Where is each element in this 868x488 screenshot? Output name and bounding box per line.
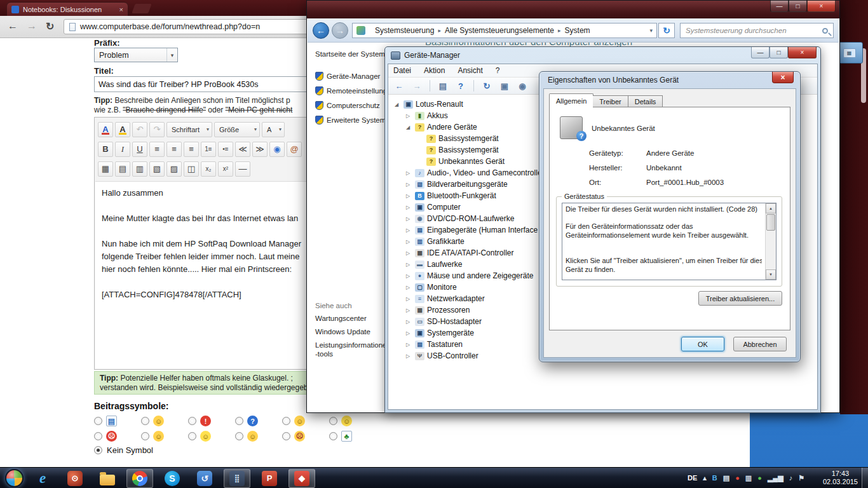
toolbar-button[interactable] — [430, 80, 430, 92]
new-tab-button[interactable] — [132, 4, 151, 13]
editor-toolbar-button[interactable]: ≫ — [252, 142, 268, 157]
tree-expander-icon[interactable]: ▷ — [403, 296, 412, 302]
menu-item[interactable]: Ansicht — [458, 66, 482, 75]
close-button[interactable]: × — [788, 47, 817, 58]
editor-toolbar-button[interactable]: Größe — [214, 122, 260, 137]
refresh-icon[interactable]: ↻ — [658, 23, 675, 38]
radio-button[interactable] — [188, 432, 196, 440]
tree-expander-icon[interactable]: ▷ — [403, 113, 412, 119]
editor-toolbar-button[interactable]: ▨ — [166, 161, 182, 177]
toolbar-button[interactable]: → — [410, 79, 424, 93]
close-button[interactable]: × — [807, 1, 836, 12]
radio-button[interactable] — [188, 417, 196, 425]
scroll-up-icon[interactable]: ▲ — [766, 203, 776, 214]
post-icon-option[interactable]: ☺ — [141, 416, 164, 426]
editor-toolbar-button[interactable]: I — [115, 142, 130, 157]
radio-button[interactable] — [94, 417, 102, 425]
breadcrumb[interactable]: Systemsteuerung▸Alle Systemsteuerungsele… — [352, 23, 657, 38]
taskbar-app[interactable]: ⊙ — [62, 469, 88, 488]
tree-expander-icon[interactable]: ◢ — [403, 125, 412, 130]
tree-expander-icon[interactable]: ▷ — [403, 353, 412, 359]
tree-expander-icon[interactable]: ▷ — [403, 262, 412, 268]
editor-toolbar-button[interactable]: 1≡ — [201, 142, 216, 157]
dialog-tab[interactable]: Treiber — [593, 95, 628, 107]
menu-item[interactable]: ? — [496, 66, 500, 75]
tree-expander-icon[interactable]: ▷ — [403, 308, 412, 313]
toolbar-button[interactable]: ◉ — [515, 79, 529, 93]
tray-icon[interactable]: ▂▄▆ — [768, 474, 783, 482]
post-icon-option[interactable]: ▤ — [94, 416, 117, 426]
breadcrumb-item[interactable]: Systemsteuerung — [375, 26, 434, 35]
tray-icon[interactable]: ⚑ — [798, 474, 804, 482]
toolbar-button[interactable]: ← — [392, 79, 406, 93]
editor-toolbar-button[interactable]: — — [235, 161, 250, 177]
radio-button[interactable] — [94, 432, 102, 440]
update-driver-button[interactable]: Treiber aktualisieren... — [698, 291, 782, 306]
editor-toolbar-button[interactable]: ≡ — [149, 142, 165, 157]
radio-button[interactable] — [282, 432, 290, 440]
editor-toolbar-button[interactable]: ↷ — [149, 122, 165, 137]
editor-toolbar-button[interactable]: ▧ — [149, 161, 165, 177]
maximize-button[interactable]: □ — [770, 47, 788, 58]
back-button[interactable]: ← — [313, 22, 329, 39]
tree-expander-icon[interactable]: ▷ — [403, 273, 412, 279]
show-desktop-button[interactable] — [862, 468, 868, 488]
tray-icon[interactable]: ▴ — [703, 474, 707, 482]
prefix-select[interactable]: Problem ▾ — [94, 48, 178, 62]
tree-expander-icon[interactable]: ▷ — [403, 250, 412, 256]
forward-icon[interactable]: → — [27, 20, 37, 32]
clock[interactable]: 17:43 02.03.2015 — [823, 470, 858, 486]
tab-close-icon[interactable]: × — [119, 6, 123, 13]
post-icon-option[interactable]: ☺ — [188, 431, 211, 442]
minimize-button[interactable]: — — [770, 1, 789, 12]
maximize-button[interactable]: □ — [789, 1, 807, 12]
menu-item[interactable]: Datei — [393, 66, 411, 75]
close-button[interactable]: × — [772, 72, 794, 83]
tree-expander-icon[interactable]: ▷ — [403, 319, 412, 325]
forward-button[interactable]: → — [332, 22, 348, 39]
no-symbol-radio[interactable] — [94, 446, 102, 454]
editor-toolbar-button[interactable]: ≡ — [184, 142, 199, 157]
tree-expander-icon[interactable]: ▷ — [403, 205, 412, 210]
toolbar-button[interactable] — [473, 80, 474, 92]
post-icon-option[interactable]: ☺ — [329, 416, 352, 426]
dialog-tab[interactable]: Allgemein — [549, 93, 593, 107]
chevron-down-icon[interactable]: ▾ — [166, 48, 177, 62]
tray-icon[interactable]: ♪ — [789, 474, 793, 482]
breadcrumb-dropdown-icon[interactable]: ▾ — [649, 27, 653, 34]
toolbar-button[interactable]: ▣ — [498, 79, 512, 93]
toolbar-button[interactable]: ↻ — [480, 79, 494, 93]
editor-toolbar-button[interactable]: @ — [287, 142, 302, 157]
radio-button[interactable] — [141, 432, 149, 440]
browser-tab[interactable]: Notebooks: Diskussionen × — [6, 2, 128, 16]
post-icon-option[interactable]: ☹ — [282, 431, 305, 442]
system-titlebar[interactable]: — □ × — [307, 1, 839, 18]
taskbar-app[interactable] — [94, 469, 121, 488]
tray-icon[interactable]: ● — [735, 474, 740, 482]
editor-toolbar-button[interactable]: x² — [218, 161, 233, 177]
post-icon-option[interactable]: ☹ — [94, 431, 117, 442]
tray-icon[interactable]: ▥ — [745, 474, 752, 482]
editor-toolbar-button[interactable]: ↶ — [132, 122, 147, 137]
tree-expander-icon[interactable]: ▷ — [403, 330, 412, 336]
editor-toolbar-button[interactable]: ≡ — [166, 142, 182, 157]
editor-toolbar-button[interactable]: ▤ — [115, 161, 130, 177]
tree-expander-icon[interactable]: ▷ — [403, 239, 412, 245]
start-button[interactable] — [5, 469, 24, 487]
dialog-tab[interactable]: Details — [628, 95, 663, 107]
search-box[interactable]: Systemsteuerung durchsuchen — [680, 23, 834, 38]
back-icon[interactable]: ← — [8, 20, 18, 32]
tree-expander-icon[interactable]: ◢ — [392, 102, 401, 107]
editor-toolbar-button[interactable]: A — [98, 122, 113, 137]
editor-toolbar-button[interactable]: ◫ — [184, 161, 199, 177]
taskbar-app[interactable] — [126, 469, 153, 488]
tree-expander-icon[interactable]: ▷ — [403, 170, 412, 176]
taskbar-app[interactable]: P — [256, 469, 283, 488]
editor-toolbar-button[interactable]: B — [98, 142, 113, 157]
device-status-text[interactable]: Die Treiber für dieses Gerät wurden nich… — [562, 203, 776, 280]
editor-toolbar-button[interactable]: A — [262, 122, 285, 137]
editor-toolbar-button[interactable]: Schriftart — [166, 122, 212, 137]
cancel-button[interactable]: Abbrechen — [733, 337, 787, 351]
tree-expander-icon[interactable]: ▷ — [403, 193, 412, 199]
radio-button[interactable] — [282, 417, 290, 425]
